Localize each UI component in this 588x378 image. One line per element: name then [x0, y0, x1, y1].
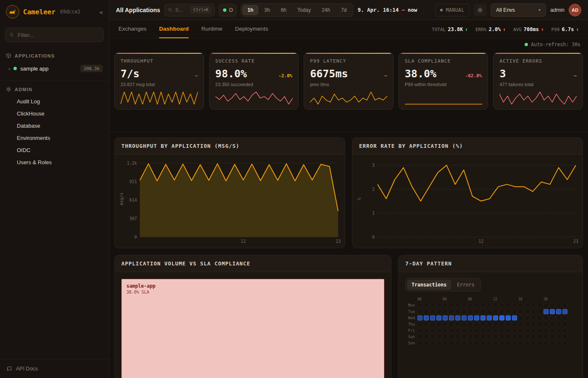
heatmap-cell[interactable]	[562, 322, 567, 327]
heatmap-cell[interactable]	[462, 341, 467, 346]
sidebar-item-database[interactable]: Database	[0, 120, 109, 132]
heatmap-cell[interactable]	[518, 322, 523, 327]
heatmap-cell[interactable]	[525, 328, 530, 333]
heatmap-cell[interactable]	[449, 334, 454, 339]
heatmap-cell[interactable]	[506, 309, 511, 314]
heatmap-cell[interactable]	[550, 303, 555, 308]
heatmap-cell[interactable]	[543, 322, 549, 327]
heatmap-cell[interactable]	[455, 303, 460, 308]
heatmap-cell[interactable]	[493, 328, 498, 333]
heatmap-cell[interactable]	[506, 341, 511, 346]
heatmap-cell[interactable]	[512, 334, 517, 339]
heatmap-cell[interactable]	[537, 341, 542, 346]
sidebar-item-clickhouse[interactable]: ClickHouse	[0, 108, 109, 120]
heatmap-cell[interactable]	[455, 341, 460, 346]
treemap-node[interactable]: sample-app 38.0% SLA	[121, 279, 384, 378]
heatmap-cell[interactable]	[512, 341, 517, 346]
heatmap-cell[interactable]	[480, 334, 486, 339]
heatmap-cell[interactable]	[562, 341, 567, 346]
kpi-card-p99-latency[interactable]: P99 LATENCY 6675ms — prev 0ms	[304, 52, 394, 110]
heatmap-cell[interactable]	[487, 322, 492, 327]
heatmap-cell[interactable]	[499, 309, 504, 314]
heatmap-cell[interactable]	[480, 309, 486, 314]
heatmap-cell[interactable]	[468, 303, 473, 308]
heatmap-cell[interactable]	[436, 315, 441, 320]
heatmap-cell[interactable]	[518, 315, 523, 320]
heatmap-cell[interactable]	[417, 315, 423, 320]
heatmap-cell[interactable]	[518, 341, 523, 346]
heatmap-cell[interactable]	[430, 328, 435, 333]
heatmap-cell[interactable]	[493, 315, 498, 320]
heatmap-cell[interactable]	[531, 334, 536, 339]
heatmap-cell[interactable]	[449, 328, 454, 333]
heatmap-cell[interactable]	[443, 334, 448, 339]
heatmap-cell[interactable]	[543, 303, 549, 308]
theme-toggle-button[interactable]	[474, 4, 486, 16]
heatmap-cell[interactable]	[543, 328, 549, 333]
heatmap-cell[interactable]	[487, 315, 492, 320]
heatmap-cell[interactable]	[506, 322, 511, 327]
time-range-1h[interactable]: 1h	[242, 5, 258, 15]
heatmap-cell[interactable]	[424, 322, 429, 327]
heatmap-cell[interactable]	[430, 309, 435, 314]
heatmap-cell[interactable]	[468, 334, 473, 339]
tab-dashboard[interactable]: Dashboard	[159, 20, 189, 38]
heatmap-cell[interactable]	[480, 303, 486, 308]
heatmap-cell[interactable]	[543, 315, 549, 320]
heatmap-cell[interactable]	[543, 309, 549, 314]
heatmap-cell[interactable]	[499, 334, 504, 339]
heatmap-cell[interactable]	[531, 341, 536, 346]
heatmap-cell[interactable]	[474, 341, 479, 346]
heatmap-cell[interactable]	[417, 334, 423, 339]
heatmap-cell[interactable]	[499, 322, 504, 327]
heatmap-cell[interactable]	[499, 341, 504, 346]
heatmap-cell[interactable]	[487, 328, 492, 333]
global-search[interactable]: Ctrl+K	[164, 4, 215, 16]
toggle-errors[interactable]: Errors	[452, 280, 479, 290]
heatmap-cell[interactable]	[525, 341, 530, 346]
heatmap-cell[interactable]	[550, 328, 555, 333]
heatmap-cell[interactable]	[556, 309, 561, 314]
heatmap-cell[interactable]	[449, 341, 454, 346]
heatmap-cell[interactable]	[499, 303, 504, 308]
heatmap-cell[interactable]	[436, 309, 441, 314]
heatmap-cell[interactable]	[430, 341, 435, 346]
sidebar-item-users-roles[interactable]: Users & Roles	[0, 156, 109, 168]
collapse-sidebar-icon[interactable]: «	[100, 8, 103, 16]
heatmap-cell[interactable]	[487, 341, 492, 346]
time-range-24h[interactable]: 24h	[317, 5, 335, 15]
heatmap-cell[interactable]	[531, 309, 536, 314]
heatmap-cell[interactable]	[417, 322, 423, 327]
heatmap-cell[interactable]	[525, 303, 530, 308]
heatmap-cell[interactable]	[525, 315, 530, 320]
heatmap-cell[interactable]	[474, 315, 479, 320]
heatmap-cell[interactable]	[474, 334, 479, 339]
heatmap-cell[interactable]	[537, 315, 542, 320]
heatmap-cell[interactable]	[474, 328, 479, 333]
heatmap-cell[interactable]	[468, 341, 473, 346]
kpi-card-sla-compliance[interactable]: SLA COMPLIANCE 38.0% -62.0% P99 within t…	[399, 52, 488, 110]
heatmap-cell[interactable]	[455, 309, 460, 314]
heatmap-cell[interactable]	[550, 315, 555, 320]
heatmap-cell[interactable]	[424, 334, 429, 339]
heatmap-cell[interactable]	[436, 341, 441, 346]
heatmap-cell[interactable]	[480, 322, 486, 327]
heatmap-cell[interactable]	[449, 309, 454, 314]
heatmap-cell[interactable]	[493, 334, 498, 339]
heatmap-cell[interactable]	[430, 303, 435, 308]
heatmap-cell[interactable]	[417, 303, 423, 308]
heatmap-cell[interactable]	[462, 328, 467, 333]
heatmap-cell[interactable]	[512, 315, 517, 320]
heatmap-cell[interactable]	[424, 341, 429, 346]
heatmap-cell[interactable]	[462, 309, 467, 314]
heatmap-cell[interactable]	[556, 303, 561, 308]
heatmap-cell[interactable]	[468, 328, 473, 333]
heatmap-cell[interactable]	[449, 322, 454, 327]
heatmap-cell[interactable]	[455, 315, 460, 320]
heatmap-cell[interactable]	[518, 309, 523, 314]
heatmap-cell[interactable]	[443, 341, 448, 346]
heatmap-cell[interactable]	[443, 328, 448, 333]
heatmap-cell[interactable]	[531, 322, 536, 327]
heatmap-cell[interactable]	[518, 328, 523, 333]
heatmap-cell[interactable]	[474, 322, 479, 327]
